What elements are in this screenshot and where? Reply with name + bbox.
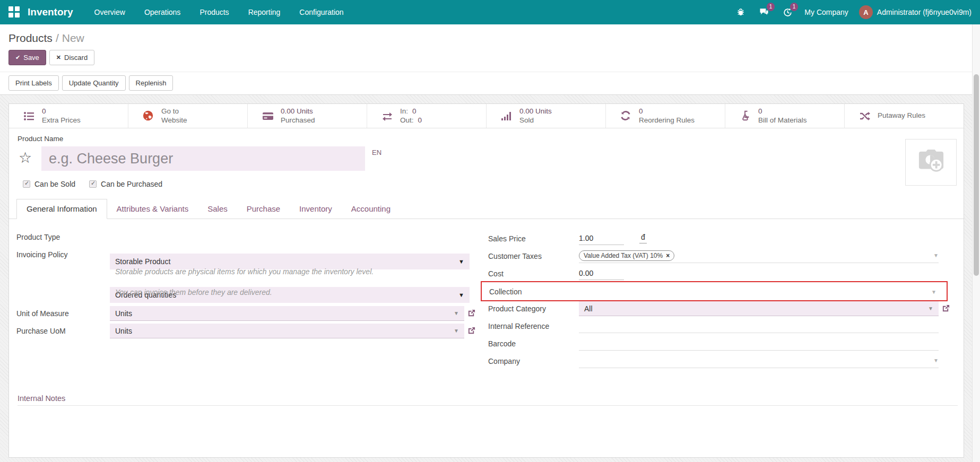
inventory-app-window: Inventory Overview Operations Products R…: [0, 0, 980, 462]
sold-label: Sold: [519, 116, 552, 125]
currency-symbol: đ: [639, 233, 647, 243]
stat-bill-of-materials[interactable]: 0Bill of Materials: [725, 104, 845, 128]
caret-down-icon: ▼: [928, 306, 933, 311]
uom-external-link-icon[interactable]: [467, 309, 475, 317]
caret-down-icon: ▼: [933, 358, 939, 363]
tab-attributes-variants[interactable]: Attributes & Variants: [107, 199, 198, 219]
caret-down-icon: ▼: [931, 289, 936, 295]
sales-price-input[interactable]: [579, 231, 624, 245]
breadcrumb-new: New: [62, 32, 84, 44]
stat-reordering-rules[interactable]: 0Reordering Rules: [606, 104, 725, 128]
uom-field[interactable]: Units ▼: [110, 306, 464, 321]
flask-icon: [739, 110, 752, 123]
tax-tag-remove-icon[interactable]: [666, 252, 670, 259]
favorite-star-icon[interactable]: ☆: [19, 151, 32, 165]
stat-extra-prices[interactable]: 0Extra Prices: [9, 104, 128, 128]
user-name: Administrator (fj6nyue0vi9m): [877, 8, 972, 16]
stat-go-to-website[interactable]: Go toWebsite: [128, 104, 248, 128]
can-be-purchased-checkbox[interactable]: Can be Purchased: [89, 180, 162, 188]
discard-button[interactable]: Discard: [49, 50, 94, 65]
uom-value: Units: [115, 309, 132, 318]
company-switcher[interactable]: My Company: [804, 8, 848, 16]
internal-notes-separator: [18, 405, 958, 406]
globe-icon: [142, 110, 155, 123]
user-menu[interactable]: A Administrator (fj6nyue0vi9m): [859, 5, 972, 19]
chevron-down-icon: ▼: [458, 292, 464, 298]
can-be-sold-label: Can be Sold: [34, 180, 75, 188]
form-view-background: 0Extra Prices Go toWebsite 0.00 UnitsPur…: [0, 95, 980, 462]
caret-down-icon: ▼: [454, 328, 459, 334]
company-label: Company: [488, 357, 520, 365]
scrollbar-thumb[interactable]: [974, 74, 979, 276]
menu-reporting[interactable]: Reporting: [248, 8, 281, 16]
form-statusbar: Print Labels Update Quantity Replenish: [0, 72, 980, 95]
product-category-field[interactable]: All ▼: [579, 301, 939, 316]
product-category-external-link-icon[interactable]: [942, 304, 950, 312]
chevron-down-icon: ▼: [458, 258, 464, 265]
messages-badge: 1: [767, 3, 775, 11]
company-field[interactable]: ▼: [579, 353, 939, 368]
save-button[interactable]: Save: [8, 50, 46, 65]
product-category-value: All: [584, 304, 593, 313]
tab-general-information[interactable]: General Information: [16, 199, 107, 219]
update-quantity-button[interactable]: Update Quantity: [62, 75, 126, 91]
out-value: 0: [418, 116, 422, 125]
putaway-label: Putaway Rules: [878, 111, 925, 120]
reordering-count: 0: [639, 107, 695, 116]
tax-tag[interactable]: Value Added Tax (VAT) 10%: [579, 250, 674, 261]
product-name-field-wrap: [41, 146, 365, 171]
vertical-scrollbar[interactable]: [972, 24, 980, 462]
tab-purchase[interactable]: Purchase: [237, 199, 290, 219]
customer-taxes-field[interactable]: Value Added Tax (VAT) 10% ▼: [579, 248, 939, 263]
purchase-uom-external-link-icon[interactable]: [467, 327, 475, 335]
stat-putaway-rules[interactable]: Putaway Rules: [845, 104, 964, 128]
tab-sales[interactable]: Sales: [198, 199, 237, 219]
checkbox-checked-icon: [23, 180, 30, 188]
exchange-arrows-icon: [381, 110, 394, 123]
product-name-input[interactable]: [41, 146, 365, 171]
collection-field[interactable]: ▼: [580, 284, 936, 299]
shuffle-icon: [858, 110, 871, 123]
activity-clock-icon[interactable]: 1: [781, 6, 794, 19]
print-labels-button[interactable]: Print Labels: [8, 75, 59, 91]
tab-accounting[interactable]: Accounting: [342, 199, 400, 219]
purchase-uom-label: Purchase UoM: [16, 327, 66, 335]
product-image-upload[interactable]: [905, 139, 957, 186]
stat-sold[interactable]: 0.00 UnitsSold: [487, 104, 606, 128]
stat-forecast-in-out[interactable]: In:0 Out:0: [367, 104, 487, 128]
bom-label: Bill of Materials: [758, 116, 807, 125]
internal-reference-field[interactable]: [579, 318, 939, 333]
purchase-uom-field[interactable]: Units ▼: [110, 324, 464, 338]
debug-bug-icon[interactable]: [734, 6, 747, 19]
website-line1: Go to: [161, 107, 187, 116]
breadcrumb: Products/New: [0, 24, 980, 46]
barcode-field[interactable]: [579, 336, 939, 351]
cost-input[interactable]: [579, 266, 624, 280]
menu-configuration[interactable]: Configuration: [299, 8, 343, 16]
menu-operations[interactable]: Operations: [144, 8, 180, 16]
menu-overview[interactable]: Overview: [94, 8, 125, 16]
refresh-icon: [620, 110, 632, 123]
tab-inventory[interactable]: Inventory: [290, 199, 342, 219]
product-name-lang-tag[interactable]: EN: [372, 149, 381, 156]
replenish-button[interactable]: Replenish: [129, 75, 174, 91]
top-navbar: Inventory Overview Operations Products R…: [0, 0, 980, 24]
reordering-label: Reordering Rules: [639, 116, 695, 125]
stat-button-row: 0Extra Prices Go toWebsite 0.00 UnitsPur…: [9, 104, 964, 128]
camera-plus-icon: [915, 149, 948, 177]
purchased-value: 0.00 Units: [281, 107, 315, 116]
signal-bars-icon: [500, 110, 513, 123]
can-be-sold-checkbox[interactable]: Can be Sold: [23, 180, 75, 188]
breadcrumb-products[interactable]: Products: [8, 32, 53, 44]
list-icon: [23, 110, 36, 123]
apps-menu-icon[interactable]: [8, 6, 20, 18]
collection-label: Collection: [489, 287, 522, 296]
stat-purchased[interactable]: 0.00 UnitsPurchased: [248, 104, 367, 128]
menu-products[interactable]: Products: [200, 8, 229, 16]
purchased-label: Purchased: [281, 116, 315, 125]
messages-icon[interactable]: 1: [758, 6, 770, 19]
app-name[interactable]: Inventory: [28, 6, 73, 18]
activity-badge: 1: [790, 3, 799, 11]
barcode-label: Barcode: [488, 339, 516, 348]
tax-tag-label: Value Added Tax (VAT) 10%: [584, 252, 663, 259]
